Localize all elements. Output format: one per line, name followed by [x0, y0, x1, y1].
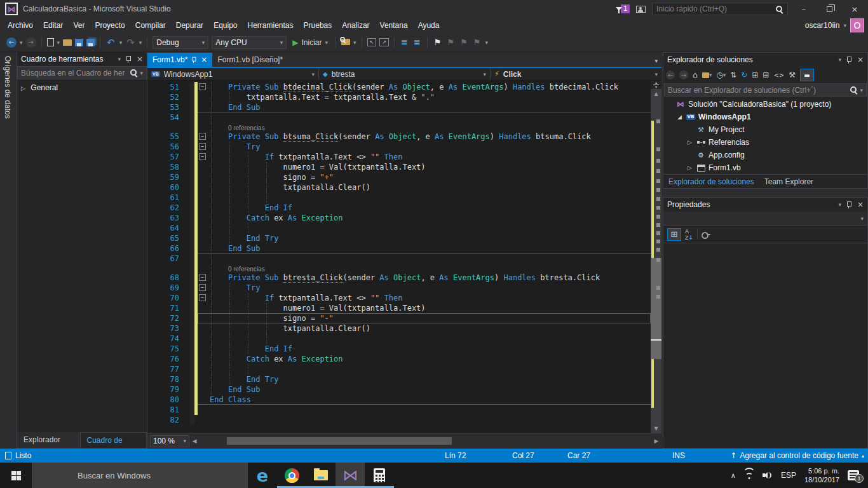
- horizontal-scrollbar[interactable]: [200, 437, 650, 445]
- save-all-button[interactable]: [86, 39, 95, 46]
- menu-item-equipo[interactable]: Equipo: [208, 18, 242, 33]
- tree-item-my-project[interactable]: ⚒My Project: [663, 123, 867, 136]
- tree-item-form1-vb[interactable]: ▷Form1.vb: [663, 161, 867, 174]
- code-line-73[interactable]: 73 txtpantalla.Clear(): [147, 323, 651, 334]
- code-line-71[interactable]: 71 numero1 = Val(txtpantalla.Text): [147, 303, 651, 313]
- tree-item-windowsapp1[interactable]: ◢VBWindowsApp1: [663, 111, 867, 123]
- code-line-78[interactable]: 78 End Try: [147, 374, 651, 384]
- add-to-source-control-button[interactable]: ↑ Agregar al control de código fuente ▴: [730, 449, 864, 463]
- fold-collapse-box[interactable]: −: [199, 133, 206, 140]
- code-line-81[interactable]: 81: [147, 405, 651, 415]
- fold-collapse-box[interactable]: −: [199, 284, 206, 291]
- code-editor[interactable]: 51− Private Sub btdecimal_Click(sender A…: [147, 81, 661, 433]
- redo-dropdown-icon[interactable]: ▾: [139, 39, 142, 46]
- decrease-indent-icon[interactable]: ≣: [400, 37, 409, 47]
- tab-solution-explorer[interactable]: Explorador de soluciones: [663, 177, 759, 186]
- code-line-67[interactable]: 67: [147, 254, 651, 264]
- scrollbar-thumb[interactable]: [651, 258, 661, 359]
- code-line-76[interactable]: 76 Catch ex As Exception: [147, 354, 651, 364]
- tab-pin-icon[interactable]: [192, 57, 197, 63]
- tray-chevron-icon[interactable]: ∧: [731, 471, 736, 480]
- menu-item-ver[interactable]: Ver: [68, 18, 90, 33]
- fold-collapse-box[interactable]: −: [199, 83, 206, 90]
- solution-platforms-dropdown[interactable]: Any CPU▾: [212, 36, 287, 49]
- categorized-view-button[interactable]: ⊞: [667, 228, 681, 241]
- toolbar-overflow-icon[interactable]: ▾: [485, 39, 488, 46]
- menu-item-herramientas[interactable]: Herramientas: [243, 18, 299, 33]
- tab-server-explorer[interactable]: Explorador de...: [17, 432, 80, 448]
- se-back-icon[interactable]: ←: [666, 71, 675, 79]
- next-bookmark-icon[interactable]: ⚑: [459, 37, 469, 47]
- properties-object-dropdown[interactable]: ▾: [663, 212, 867, 226]
- scroll-left-arrow[interactable]: ◀: [189, 438, 200, 444]
- code-line-61[interactable]: 61: [147, 193, 651, 203]
- home-icon[interactable]: ⌂: [693, 71, 698, 79]
- alphabetical-sort-button[interactable]: AZ↓: [685, 228, 693, 241]
- data-sources-vertical-tab[interactable]: Orígenes de datos: [0, 52, 15, 123]
- fold-collapse-box[interactable]: −: [199, 294, 206, 301]
- menu-item-compilar[interactable]: Compilar: [130, 18, 171, 33]
- tree-item-soluci-n-calculadorabasica-1-proyecto[interactable]: ⋈Solución "CalculadoraBasica" (1 proyect…: [663, 98, 867, 111]
- taskbar-search-input[interactable]: Buscar en Windows: [32, 463, 248, 488]
- collapse-all-icon[interactable]: ⊞: [752, 71, 758, 79]
- code-line-54[interactable]: 54: [147, 112, 651, 123]
- feedback-icon[interactable]: [636, 6, 646, 13]
- restore-button[interactable]: [820, 2, 839, 16]
- switch-views-icon[interactable]: ▾: [702, 72, 712, 78]
- code-line-68[interactable]: 68− Private Sub btresta_Click(sender As …: [147, 273, 651, 283]
- quick-launch-input[interactable]: Inicio rápido (Ctrl+Q): [652, 3, 788, 15]
- undo-button[interactable]: ↶: [105, 37, 116, 48]
- props-close-icon[interactable]: ×: [857, 200, 864, 209]
- se-close-icon[interactable]: ×: [857, 55, 864, 64]
- solution-configurations-dropdown[interactable]: Debug▾: [153, 36, 208, 49]
- find-in-files-button[interactable]: [341, 38, 350, 47]
- tree-expander-icon[interactable]: ▷: [688, 139, 695, 146]
- code-line-80[interactable]: 80End Class: [147, 395, 651, 405]
- preview-selected-items-button[interactable]: ▬: [800, 69, 814, 81]
- new-dropdown-icon[interactable]: ▾: [57, 39, 60, 46]
- tab-close-icon[interactable]: ×: [201, 55, 207, 64]
- member-dropdown[interactable]: ◆ btresta ▾: [319, 68, 491, 80]
- solution-explorer-search-input[interactable]: Buscar en Explorador de soluciones (Ctrl…: [664, 83, 867, 97]
- split-editor-handle[interactable]: ▴▾: [651, 81, 661, 90]
- close-button[interactable]: ×: [845, 2, 864, 16]
- codelens-row[interactable]: 0 referencias: [147, 264, 651, 273]
- code-line-65[interactable]: 65 End Try: [147, 233, 651, 243]
- scroll-up-arrow[interactable]: ▲: [651, 90, 661, 98]
- props-pin-icon[interactable]: [846, 201, 852, 208]
- taskbar-app-explorer[interactable]: [306, 463, 336, 488]
- code-line-79[interactable]: 79 End Sub: [147, 384, 651, 395]
- se-options-icon[interactable]: ▾: [838, 57, 841, 63]
- scroll-right-arrow[interactable]: ▶: [651, 438, 661, 444]
- code-line-82[interactable]: 82: [147, 415, 651, 425]
- start-debug-button[interactable]: ▶ Iniciar ▾: [290, 38, 330, 47]
- hscrollbar-thumb[interactable]: [227, 437, 452, 445]
- refresh-icon[interactable]: ↻: [741, 71, 747, 79]
- menu-item-pruebas[interactable]: Pruebas: [299, 18, 337, 33]
- code-line-58[interactable]: 58 numero1 = Val(txtpantalla.Text): [147, 162, 651, 172]
- taskbar-app-chrome[interactable]: [277, 463, 306, 488]
- code-line-75[interactable]: 75 End If: [147, 344, 651, 354]
- undo-dropdown-icon[interactable]: ▾: [119, 39, 123, 46]
- code-line-72[interactable]: 72 signo = "-": [147, 313, 651, 323]
- tab-list-dropdown-icon[interactable]: ▾: [654, 58, 658, 64]
- taskbar-app-calculator[interactable]: [365, 463, 394, 488]
- fold-collapse-box[interactable]: −: [199, 153, 206, 160]
- taskbar-app-visual-studio[interactable]: ⋈: [336, 463, 365, 488]
- action-center-icon[interactable]: 1: [848, 470, 859, 480]
- tree-expander-icon[interactable]: ◢: [677, 114, 685, 120]
- code-line-55[interactable]: 55− Private Sub btsuma_Click(sender As O…: [147, 132, 651, 142]
- code-line-56[interactable]: 56− Try: [147, 142, 651, 152]
- fold-collapse-box[interactable]: −: [199, 274, 206, 281]
- codelens-row[interactable]: 0 referencias: [147, 123, 651, 132]
- view-code-icon[interactable]: <>: [773, 72, 784, 79]
- code-line-74[interactable]: 74: [147, 334, 651, 344]
- open-file-button[interactable]: [63, 39, 72, 46]
- bookmark-icon[interactable]: ⚑: [433, 37, 443, 47]
- notifications-button[interactable]: 1: [616, 4, 630, 13]
- event-dropdown[interactable]: ⚡ Click ▾: [491, 68, 661, 80]
- avatar[interactable]: O: [850, 18, 864, 32]
- code-line-62[interactable]: 62 End If: [147, 203, 651, 213]
- scroll-down-arrow[interactable]: ▼: [651, 424, 661, 433]
- minimize-button[interactable]: –: [794, 2, 813, 16]
